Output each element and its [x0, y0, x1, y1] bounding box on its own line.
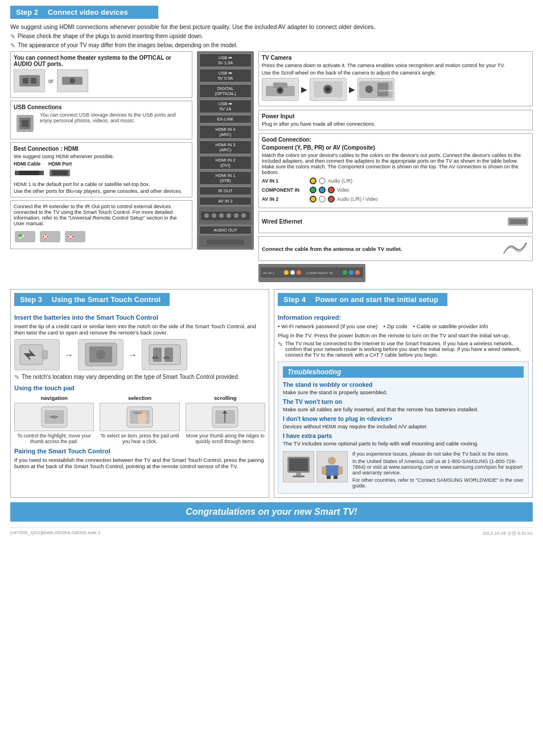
info-items: • Wi-Fi network password (if you use one…	[278, 323, 529, 329]
svg-point-61	[52, 415, 56, 419]
av-row-1: AV IN 1 Audio (L/R)	[262, 177, 529, 184]
svg-rect-70	[289, 458, 308, 471]
svg-point-53	[96, 350, 105, 359]
ir-text: Connect the IR extender to the IR Out po…	[14, 204, 189, 226]
support-section: If you experience issues, please do not …	[283, 451, 524, 489]
bottom-conn-img: AV IN 1 COMPONENT IN	[258, 264, 365, 282]
svg-rect-76	[338, 466, 343, 474]
svg-rect-2	[31, 78, 36, 84]
svg-text:AV IN 1: AV IN 1	[263, 271, 275, 275]
congrats-banner: Congratulations on your new Smart TV!	[10, 502, 533, 522]
battery-arrow2: →	[128, 350, 137, 360]
av-label-1: AV IN 1	[262, 178, 307, 184]
svg-point-20	[204, 213, 209, 218]
step3-title: Using the Smart Touch Control	[52, 295, 161, 304]
step2-title: Connect video devices	[48, 8, 128, 16]
svg-point-73	[328, 457, 336, 465]
svg-point-42	[284, 270, 289, 275]
footer-right: 2013-10-28 오전 6:31:01	[483, 530, 533, 536]
good-conn-title: Good Connection:	[262, 137, 529, 143]
touchpad-scroll: scrolling Move your thumb along the ridg…	[186, 395, 265, 444]
svg-rect-10	[39, 171, 44, 175]
good-conn-desc: Match the colors on your device's cables…	[262, 152, 529, 175]
svg-rect-50	[43, 350, 47, 359]
av-connections: AV IN 1 Audio (L/R) COMPONENT IN Video A…	[262, 177, 529, 203]
av-row-2: COMPONENT IN Video	[262, 187, 529, 193]
touchpad-nav-desc: To control the highlight, move your thum…	[14, 433, 94, 444]
step2-number: Step 2	[16, 8, 38, 16]
step2-note1: ✎ Please check the shape of the plugs to…	[10, 33, 533, 40]
touchpad-sel-img: *click*	[100, 403, 179, 431]
svg-point-47	[349, 270, 353, 275]
svg-rect-15	[40, 231, 60, 242]
camera-imgs: ▶ ▶ Scroll whe	[262, 78, 529, 101]
port-usb3: USB ➡5V 1A	[199, 100, 252, 113]
av-dot-white-2	[319, 196, 326, 203]
optical-img2	[57, 69, 88, 92]
optical-img1	[14, 69, 45, 92]
bottom-connectors: AV IN 1 COMPONENT IN	[258, 264, 533, 282]
support-text1: If you experience issues, please do not …	[352, 451, 524, 457]
svg-text:AA: AA	[163, 355, 170, 360]
svg-point-46	[343, 270, 347, 275]
hdmi-desc1: We suggest using HDMI whenever possible.	[14, 154, 189, 159]
info-item-cable: • Cable or satellite provider info	[413, 323, 488, 329]
svg-rect-13	[15, 231, 35, 242]
battery-note-icon: ✎	[14, 374, 19, 381]
trouble-body-1: Make sure the stand is properly assemble…	[283, 389, 524, 395]
pairing-desc: If you need to reestablish the connectio…	[14, 457, 265, 469]
ir-box: Connect the IR extender to the IR Out po…	[10, 200, 192, 249]
camera-img1	[262, 78, 299, 101]
info-item-zip: • Zip code	[383, 323, 407, 329]
battery-img1	[14, 339, 60, 370]
optical-or: or	[48, 78, 54, 84]
camera-img2	[310, 78, 347, 101]
svg-rect-26	[207, 239, 244, 245]
svg-rect-9	[15, 171, 19, 175]
trouble-body-2: Make sure all cables are fully inserted,…	[283, 406, 524, 412]
touchpad-nav: navigation To control the highlight, mov…	[14, 395, 94, 444]
info-item-wifi: • Wi-Fi network password (if you use one…	[278, 323, 377, 329]
battery-note: ✎ The notch's location may vary dependin…	[14, 374, 265, 381]
svg-rect-17	[65, 231, 85, 242]
pairing-title: Pairing the Smart Touch Control	[14, 448, 265, 455]
svg-point-21	[212, 213, 216, 218]
page: Step 2 Connect video devices We suggest …	[0, 0, 543, 542]
step2-intro: We suggest using HDMI connections whenev…	[10, 23, 533, 30]
svg-point-24	[234, 213, 238, 218]
svg-rect-1	[23, 78, 28, 84]
trouble-title-1: The stand is wobbly or crooked	[283, 381, 524, 388]
hdmi-cable-label: HDMI Cable	[14, 161, 45, 167]
touchpad-scroll-img	[186, 403, 265, 431]
svg-point-48	[355, 270, 360, 275]
av-dot-red-comp	[328, 187, 335, 193]
ir-img-good	[14, 229, 36, 246]
touchpad-items: navigation To control the highlight, mov…	[14, 395, 265, 444]
port-bottom-diagram	[199, 207, 252, 224]
hdmi-box: Best Connection : HDMI We suggest using …	[10, 142, 192, 197]
battery-img2	[78, 339, 124, 370]
battery-desc: Insert the tip of a credit card or simil…	[14, 323, 265, 336]
svg-text:Scroll wheel: Scroll wheel	[379, 89, 393, 92]
good-conn-subtitle: Component (Y, PB, PR) or AV (Composite)	[262, 144, 529, 151]
svg-point-4	[69, 78, 75, 84]
battery-title: Insert the batteries into the Smart Touc…	[14, 314, 265, 321]
port-usb2: USB ➡5V 0.5A	[199, 69, 252, 82]
svg-point-30	[278, 89, 282, 92]
usb-title: USB Connections	[14, 104, 189, 110]
port-hdmi2: HDMI IN 2(DVI)	[199, 156, 252, 170]
camera-arrow2: ▶	[349, 85, 355, 94]
ir-img-bad2	[64, 229, 87, 246]
tv-camera-box: TV Camera Press the camera down to activ…	[258, 51, 533, 106]
step4-col: Step 4 Power on and start the initial se…	[274, 289, 533, 498]
wired-img	[507, 214, 529, 230]
page-footer: [UF7500_QSG]BN68-05035A-04ENG.indb 3 201…	[10, 527, 533, 536]
touchpad-nav-img	[14, 403, 94, 431]
av-row-3: AV IN 2 Audio (L/R) / Video	[262, 196, 529, 203]
ports-column: USB ➡3V 1.5A USB ➡5V 0.5A DIGITAL(OPTICA…	[197, 51, 254, 250]
setup-desc: Plug in the TV. Press the power button o…	[278, 332, 529, 338]
hdmi-desc2: HDMI 1 is the default port for a cable o…	[14, 181, 189, 187]
antenna-box: Connect the cable from the antenna or ca…	[258, 236, 533, 261]
step2-center-col: USB ➡3V 1.5A USB ➡5V 0.5A DIGITAL(OPTICA…	[197, 51, 254, 284]
svg-rect-12	[52, 171, 68, 175]
